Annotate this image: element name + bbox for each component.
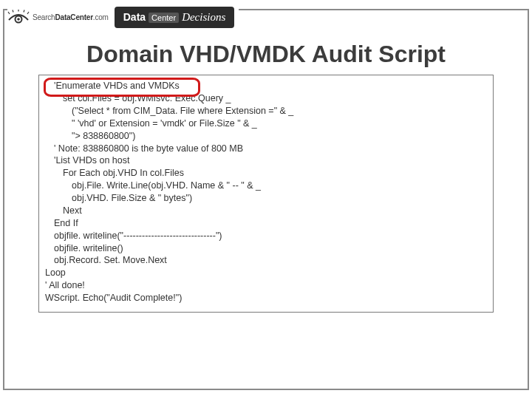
code-line: objfile. writeline(): [45, 242, 487, 255]
svg-line-2: [8, 12, 10, 14]
code-line: ' All done!: [45, 279, 487, 292]
svg-line-5: [24, 10, 24, 13]
svg-point-1: [17, 18, 20, 21]
code-line: For Each obj.VHD In col.Files: [45, 167, 487, 180]
code-line: obj.VHD. File.Size & " bytes"): [45, 192, 487, 205]
svg-line-6: [27, 12, 29, 14]
code-line: End If: [45, 217, 487, 230]
code-line: " 'vhd' or Extension = 'vmdk' or File.Si…: [45, 117, 487, 130]
header-bar: SearchDataCenter.com Data Center Decisio…: [7, 1, 239, 33]
code-line: 'List VHDs on host: [45, 154, 487, 167]
code-line: objfile. writeline("--------------------…: [45, 230, 487, 242]
decisions-badge: Data Center Decisions: [115, 7, 235, 28]
brand-suffix: .com: [93, 13, 109, 21]
code-line: Next: [45, 205, 487, 217]
eye-logo-icon: [7, 10, 30, 24]
svg-line-3: [13, 10, 13, 13]
badge-word-2: Center: [149, 13, 179, 23]
code-line: obj.Record. Set. Move.Next: [45, 254, 487, 267]
badge-word-1: Data: [123, 11, 146, 23]
code-box: 'Enumerate VHDs and VMDKs set col.Files …: [38, 75, 494, 313]
code-line: ("Select * from CIM_Data. File where Ext…: [45, 105, 487, 117]
brand-text: SearchDataCenter.com: [33, 13, 109, 21]
code-line: 'Enumerate VHDs and VMDKs: [45, 80, 487, 92]
brand-thin: Search: [33, 13, 55, 21]
code-line: Loop: [45, 267, 487, 279]
code-line: obj.File. Write.Line(obj.VHD. Name & " -…: [45, 180, 487, 192]
badge-word-3: Decisions: [182, 11, 225, 24]
code-line: ' Note: 838860800 is the byte value of 8…: [45, 143, 487, 155]
code-line: WScript. Echo("Audit Complete!"): [45, 292, 487, 304]
code-line: "> 838860800"): [45, 130, 487, 143]
code-line: set col.Files = obj.WMIsvc. Exec.Query _: [45, 92, 487, 105]
brand-bold: DataCenter: [55, 13, 93, 21]
